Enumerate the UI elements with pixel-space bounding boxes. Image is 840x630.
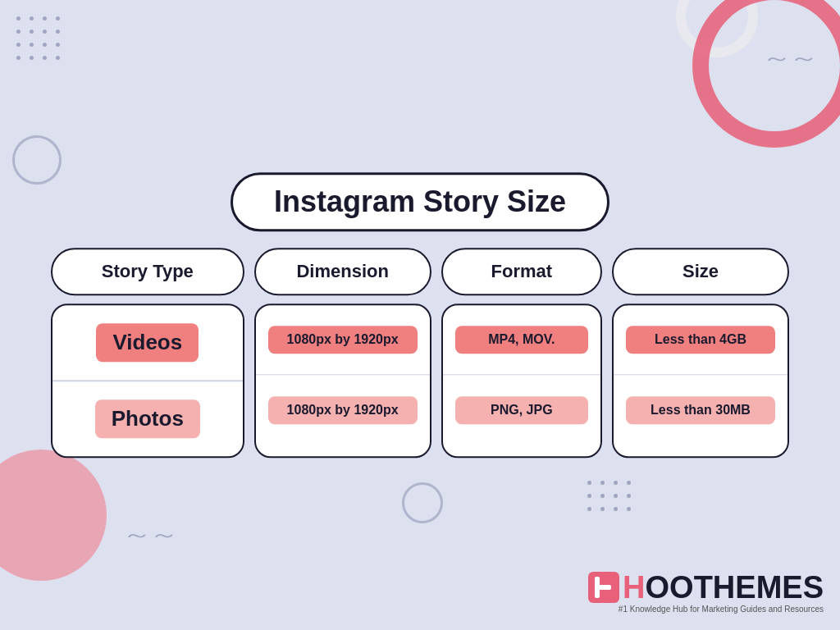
squiggle-decoration-bottom-left: ～～ xyxy=(122,522,176,548)
brand-name: HOOTHEMES xyxy=(623,572,824,603)
size-photos-value: Less than 30MB xyxy=(626,396,775,424)
body-dimension: 1080px by 1920px 1080px by 1920px xyxy=(254,304,431,458)
squiggle-decoration-top-right: ～～ xyxy=(762,45,816,71)
column-story-type: Story Type Videos Photos xyxy=(51,248,244,458)
title-box: Instagram Story Size xyxy=(231,172,609,231)
branding: HOOTHEMES #1 Knowledge Hub for Marketing… xyxy=(588,572,824,614)
header-format: Format xyxy=(441,248,602,295)
brand-tagline: #1 Knowledge Hub for Marketing Guides an… xyxy=(619,605,824,614)
pink-blob-decoration xyxy=(0,450,107,581)
brand-icon xyxy=(588,572,619,603)
cell-size-photos: Less than 30MB xyxy=(614,375,788,445)
page-title: Instagram Story Size xyxy=(274,185,566,219)
size-videos-value: Less than 4GB xyxy=(626,326,775,354)
pink-arc-decoration xyxy=(692,0,840,148)
dots-decoration-bottom-right xyxy=(587,481,635,515)
body-size: Less than 4GB Less than 30MB xyxy=(612,304,789,458)
brand-logo: HOOTHEMES xyxy=(588,572,824,603)
column-format: Format MP4, MOV. PNG, JPG xyxy=(441,248,602,458)
column-dimension: Dimension 1080px by 1920px 1080px by 192… xyxy=(254,248,431,458)
circle-decoration-bottom-center xyxy=(402,482,443,523)
column-size: Size Less than 4GB Less than 30MB xyxy=(612,248,789,458)
format-photos-value: PNG, JPG xyxy=(455,396,588,424)
cell-format-photos: PNG, JPG xyxy=(443,375,600,445)
header-dimension: Dimension xyxy=(254,248,431,295)
format-videos-value: MP4, MOV. xyxy=(455,326,588,354)
header-size: Size xyxy=(612,248,789,295)
cell-story-type-photos: Photos xyxy=(52,381,243,456)
body-story-type: Videos Photos xyxy=(51,304,244,458)
dimension-photos-value: 1080px by 1920px xyxy=(268,396,418,424)
cell-size-videos: Less than 4GB xyxy=(614,305,788,375)
cell-dimension-photos: 1080px by 1920px xyxy=(256,375,430,445)
cell-dimension-videos: 1080px by 1920px xyxy=(256,305,430,375)
photos-label: Photos xyxy=(95,399,200,438)
cell-story-type-videos: Videos xyxy=(52,305,243,380)
main-content: Instagram Story Size Story Type Videos P… xyxy=(51,172,789,458)
body-format: MP4, MOV. PNG, JPG xyxy=(441,304,602,458)
cell-format-videos: MP4, MOV. xyxy=(443,305,600,375)
data-table: Story Type Videos Photos Dimension 1080p… xyxy=(51,248,789,458)
videos-label: Videos xyxy=(96,323,199,362)
dots-decoration-top-left xyxy=(16,16,64,64)
dimension-videos-value: 1080px by 1920px xyxy=(268,326,418,354)
header-story-type: Story Type xyxy=(51,248,244,295)
